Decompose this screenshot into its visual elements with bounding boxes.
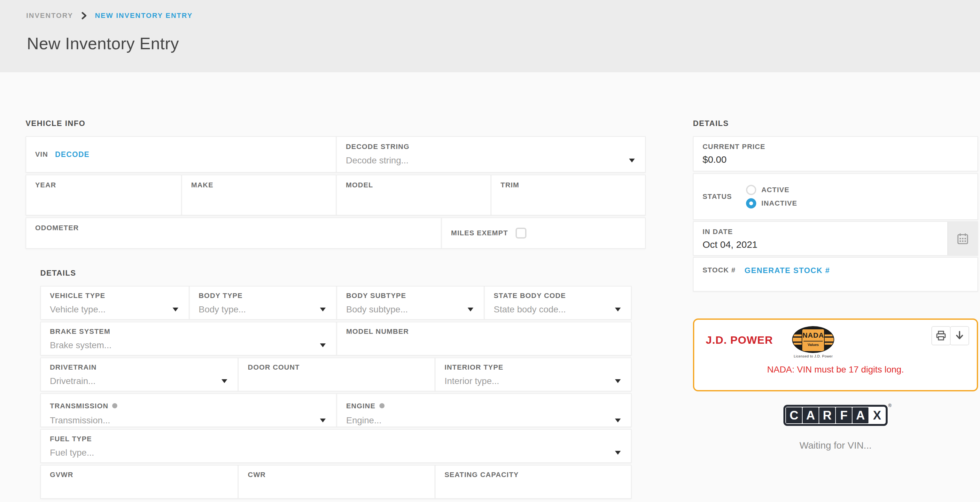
carfax-logo: C A R F A X ® <box>783 405 888 426</box>
body-subtype-select[interactable]: BODY SUBTYPE Body subtype... <box>336 287 484 319</box>
interior-type-select[interactable]: INTERIOR TYPE Interior type... <box>434 358 631 391</box>
decode-string-label: DECODE STRING <box>346 143 636 151</box>
dropdown-arrow-icon <box>615 451 621 455</box>
download-button[interactable] <box>950 326 969 345</box>
brake-system-label: BRAKE SYSTEM <box>50 327 327 336</box>
details-right-heading: DETAILS <box>693 119 978 128</box>
details-left-table: VEHICLE TYPE Vehicle type... BODY TYPE B… <box>40 286 632 499</box>
dropdown-arrow-icon <box>629 159 635 163</box>
decode-string-select[interactable]: DECODE STRING Decode string... <box>336 137 645 172</box>
miles-exempt-label: MILES EXEMPT <box>451 229 508 237</box>
dropdown-arrow-icon <box>173 308 178 311</box>
drivetrain-select[interactable]: DRIVETRAIN Drivetrain... <box>41 358 237 391</box>
radio-unchecked-icon[interactable] <box>746 185 756 195</box>
decode-string-placeholder: Decode string... <box>346 155 409 166</box>
generate-stock-button[interactable]: GENERATE STOCK # <box>745 266 830 275</box>
drivetrain-placeholder: Drivetrain... <box>50 376 95 386</box>
status-dot-icon <box>112 403 117 408</box>
door-count-field[interactable]: DOOR COUNT <box>237 358 434 391</box>
year-field[interactable]: YEAR <box>26 175 181 215</box>
in-date-label: IN DATE <box>703 228 939 236</box>
current-price-field[interactable]: CURRENT PRICE $0.00 <box>694 137 977 171</box>
cwr-field[interactable]: CWR <box>237 465 434 498</box>
details-right-table: CURRENT PRICE $0.00 STATUS ACTIVE INACTI… <box>693 136 978 292</box>
breadcrumb-inventory[interactable]: INVENTORY <box>26 11 73 20</box>
calendar-icon <box>957 233 968 244</box>
vehicle-type-select[interactable]: VEHICLE TYPE Vehicle type... <box>41 287 189 319</box>
page-header: INVENTORY NEW INVENTORY ENTRY New Invent… <box>0 0 980 72</box>
model-number-label: MODEL NUMBER <box>346 327 622 336</box>
seating-capacity-field[interactable]: SEATING CAPACITY <box>434 465 631 498</box>
body-type-select[interactable]: BODY TYPE Body type... <box>189 287 336 319</box>
trim-field[interactable]: TRIM <box>490 175 645 215</box>
nada-logo-word: NADA <box>802 331 824 339</box>
vehicle-type-label: VEHICLE TYPE <box>50 292 180 300</box>
body-type-placeholder: Body type... <box>199 304 246 315</box>
registered-mark-icon: ® <box>888 403 891 408</box>
state-body-code-select[interactable]: STATE BODY CODE State body code... <box>484 287 631 319</box>
fuel-type-placeholder: Fuel type... <box>50 448 94 458</box>
fuel-type-select[interactable]: FUEL TYPE Fuel type... <box>41 430 631 462</box>
carfax-tile: A <box>853 407 869 423</box>
breadcrumb-new-inventory-entry: NEW INVENTORY ENTRY <box>95 11 193 20</box>
dropdown-arrow-icon <box>320 419 326 422</box>
seating-capacity-label: SEATING CAPACITY <box>445 471 622 479</box>
model-label: MODEL <box>346 181 481 189</box>
odometer-field[interactable]: ODOMETER <box>26 218 441 248</box>
status-dot-icon <box>379 403 385 408</box>
status-option-active[interactable]: ACTIVE <box>746 185 797 195</box>
gvwr-label: GVWR <box>50 471 229 479</box>
body-subtype-label: BODY SUBTYPE <box>346 292 475 300</box>
carfax-tile-x: X <box>869 407 885 423</box>
body-type-label: BODY TYPE <box>199 292 327 300</box>
cwr-label: CWR <box>248 471 425 479</box>
download-arrow-icon <box>955 331 965 341</box>
decode-button[interactable]: DECODE <box>55 150 89 159</box>
dropdown-arrow-icon <box>320 308 326 311</box>
new-inventory-entry-page: INVENTORY NEW INVENTORY ENTRY New Invent… <box>0 0 980 502</box>
jdpower-logo: J.D. POWER <box>706 334 773 346</box>
status-option-inactive[interactable]: INACTIVE <box>746 198 797 209</box>
vehicle-info-table: VIN DECODE DECODE STRING Decode string..… <box>25 136 646 249</box>
carfax-tile: F <box>836 407 852 423</box>
transmission-label: TRANSMISSION <box>50 402 108 410</box>
gvwr-field[interactable]: GVWR <box>41 465 237 498</box>
calendar-button[interactable] <box>947 222 977 255</box>
interior-type-label: INTERIOR TYPE <box>445 363 622 371</box>
fuel-type-label: FUEL TYPE <box>50 435 622 443</box>
radio-checked-icon[interactable] <box>746 198 756 209</box>
vin-field[interactable]: VIN DECODE <box>26 137 336 172</box>
miles-exempt-field: MILES EXEMPT <box>441 218 645 248</box>
vehicle-type-placeholder: Vehicle type... <box>50 304 105 315</box>
print-button[interactable] <box>931 326 951 345</box>
in-date-field[interactable]: IN DATE Oct 04, 2021 <box>694 222 947 255</box>
nada-logo: NADA Values Licensed to J.D. Power <box>792 326 834 358</box>
nada-error-message: NADA: VIN must be 17 digits long. <box>702 365 969 375</box>
status-radio-group: ACTIVE INACTIVE <box>746 185 797 209</box>
miles-exempt-checkbox[interactable] <box>515 228 527 239</box>
nada-values-panel: J.D. POWER NADA Values Licensed to J.D. … <box>693 319 978 391</box>
chevron-right-icon <box>81 12 87 19</box>
breadcrumb: INVENTORY NEW INVENTORY ENTRY <box>0 0 980 20</box>
model-number-field[interactable]: MODEL NUMBER <box>336 322 631 355</box>
carfax-tile: A <box>803 407 819 423</box>
drivetrain-label: DRIVETRAIN <box>50 363 229 371</box>
carfax-status-text: Waiting for VIN... <box>693 440 978 451</box>
nada-logo-subtext: Values <box>808 343 819 347</box>
engine-select[interactable]: ENGINE Engine... <box>336 394 631 427</box>
details-left-heading: DETAILS <box>40 269 646 277</box>
model-field[interactable]: MODEL <box>336 175 490 215</box>
dropdown-arrow-icon <box>221 379 227 383</box>
transmission-select[interactable]: TRANSMISSION Transmission... <box>41 394 336 427</box>
door-count-label: DOOR COUNT <box>248 363 425 371</box>
status-label: STATUS <box>703 193 732 201</box>
dropdown-arrow-icon <box>615 379 621 383</box>
stock-number-field[interactable]: STOCK # GENERATE STOCK # <box>694 258 977 291</box>
make-field[interactable]: MAKE <box>181 175 336 215</box>
brake-system-select[interactable]: BRAKE SYSTEM Brake system... <box>41 322 336 355</box>
dropdown-arrow-icon <box>615 308 621 311</box>
carfax-tile: R <box>819 407 835 423</box>
details-right-section: DETAILS CURRENT PRICE $0.00 STATUS ACTIV… <box>693 119 978 451</box>
body-subtype-placeholder: Body subtype... <box>346 304 408 315</box>
status-active-label: ACTIVE <box>761 186 789 194</box>
